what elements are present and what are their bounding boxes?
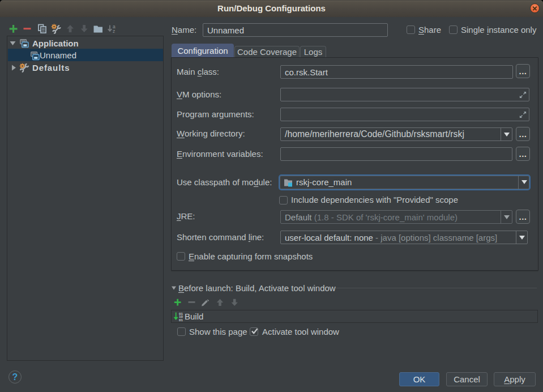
svg-text:01: 01 (179, 318, 183, 322)
svg-text:z: z (113, 28, 115, 34)
